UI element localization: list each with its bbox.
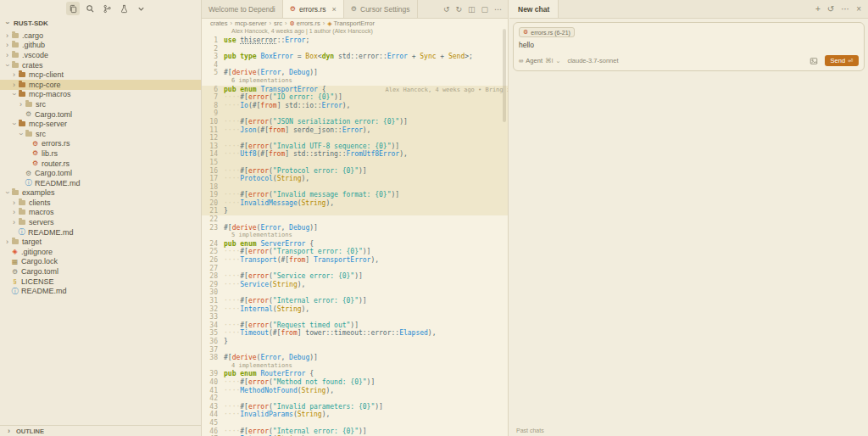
editor-scrollbar[interactable] xyxy=(503,29,506,122)
code-line-content: ····#[error("Transport error: {0}")] xyxy=(224,248,370,256)
split-editor-icon[interactable]: ◫ xyxy=(468,5,476,14)
license-file-icon: § xyxy=(11,277,19,285)
tree-file-license[interactable]: ›§LICENSE xyxy=(0,277,201,287)
image-icon[interactable] xyxy=(810,57,818,65)
tree-file-cargo-toml[interactable]: ›⚙Cargo.toml xyxy=(0,168,201,178)
close-panel-icon[interactable]: × xyxy=(856,4,861,14)
tree-folder-servers[interactable]: ›servers xyxy=(0,217,201,227)
tree-folder-src[interactable]: ›src xyxy=(0,99,201,109)
codelens-implementations[interactable]: 4 implementations xyxy=(202,362,508,371)
line-number: 14 xyxy=(202,150,224,159)
breadcrumb-item-mcp-server[interactable]: mcp-server xyxy=(235,20,267,27)
tree-folder-cargo[interactable]: ›.cargo xyxy=(0,31,201,41)
tree-folder-github[interactable]: ›.github xyxy=(0,41,201,51)
tab-label: Welcome to Dependi xyxy=(209,5,275,14)
tree-folder-target[interactable]: ›target xyxy=(0,237,201,247)
code-line-20: 20····InvalidMessage(String), xyxy=(202,199,508,208)
editor-pane: Welcome to Dependi⚙errors.rs×⚙Cursor Set… xyxy=(202,0,509,436)
tree-file-cargo-lock[interactable]: ›▦Cargo.lock xyxy=(0,257,201,267)
codelens-implementations[interactable]: 5 implementations xyxy=(202,232,508,240)
code-line-16: 16····#[error("Protocol error: {0}")] xyxy=(202,167,508,176)
close-icon[interactable]: × xyxy=(332,5,337,14)
code-line-content: ····Protocol(String), xyxy=(224,175,309,183)
code-line-39: 39pub enum RouterError { xyxy=(202,370,508,378)
code-line-2: 2 xyxy=(202,45,508,53)
past-chats-label[interactable]: Past chats xyxy=(509,428,868,436)
nav-back-icon[interactable]: ↺ xyxy=(443,5,450,14)
folder-icon xyxy=(19,210,25,215)
chevron-icon: › xyxy=(5,427,13,435)
code-line-content: pub type BoxError = Box<dyn std::error::… xyxy=(224,53,473,61)
tab-cursor-settings[interactable]: ⚙Cursor Settings xyxy=(344,0,418,18)
folder-icon xyxy=(12,63,19,68)
new-chat-icon[interactable]: + xyxy=(815,4,821,14)
files-icon[interactable] xyxy=(66,2,80,15)
chevron-down-icon[interactable] xyxy=(134,2,147,15)
nav-forward-icon[interactable]: ↻ xyxy=(455,5,462,14)
tree-file-errors-rs[interactable]: ›⚙errors.rs xyxy=(0,139,201,149)
tree-folder-mcp-core[interactable]: ›mcp-core xyxy=(0,80,201,90)
tree-item-label: router.rs xyxy=(42,159,70,168)
codelens-implementations[interactable]: 6 implementations xyxy=(202,77,508,86)
code-line-44: 44····InvalidParams(String), xyxy=(202,411,508,419)
tree-folder-mcp-client[interactable]: ›mcp-client xyxy=(0,70,201,80)
tree-folder-clients[interactable]: ›clients xyxy=(0,198,201,208)
tab-errors-rs[interactable]: ⚙errors.rs× xyxy=(283,0,344,18)
code-line-content: pub enum RouterError { xyxy=(224,370,314,378)
breadcrumb-item-transporterror[interactable]: ◈TransportError xyxy=(327,20,375,27)
tree-file-readme-md[interactable]: ›ⓘREADME.md xyxy=(0,178,201,188)
tree-item-label: .gitignore xyxy=(21,248,53,256)
tab-welcome-to-dependi[interactable]: Welcome to Dependi xyxy=(202,0,283,18)
breadcrumb-item-errors-rs[interactable]: ⚙errors.rs xyxy=(289,20,320,27)
model-selector[interactable]: claude-3.7-sonnet xyxy=(567,57,618,64)
tree-folder-crates[interactable]: ›crates xyxy=(0,60,201,70)
send-button[interactable]: Send ⏎ xyxy=(825,55,859,66)
line-number: 10 xyxy=(202,118,224,126)
rust-file-icon: ⚙ xyxy=(523,29,528,36)
source-control-icon[interactable] xyxy=(100,2,114,15)
line-number: 13 xyxy=(202,143,224,151)
more-actions-icon[interactable]: ⋯ xyxy=(494,5,502,14)
code-line-content: } xyxy=(224,338,228,346)
tree-item-label: errors.rs xyxy=(42,139,70,148)
history-icon[interactable]: ↺ xyxy=(827,4,834,14)
tree-folder-mcp-macros[interactable]: ›mcp-macros xyxy=(0,90,201,100)
code-area[interactable]: 1use thiserror::Error;23pub type BoxErro… xyxy=(202,36,508,436)
tree-file-gitignore[interactable]: ›◈.gitignore xyxy=(0,247,201,257)
line-number: 38 xyxy=(202,354,224,362)
breadcrumb-item-crates[interactable]: crates xyxy=(210,20,227,27)
tree-file-router-rs[interactable]: ›⚙router.rs xyxy=(0,159,201,169)
gear-icon: ⚙ xyxy=(351,5,357,13)
line-number: 44 xyxy=(202,411,224,419)
tree-file-readme-md[interactable]: ›ⓘREADME.md xyxy=(0,286,201,296)
chevron-icon: › xyxy=(17,130,25,137)
tree-file-cargo-toml[interactable]: ›⚙Cargo.toml xyxy=(0,109,201,120)
code-line-content: use thiserror::Error; xyxy=(224,36,309,45)
project-header[interactable]: › RUST-SDK xyxy=(0,17,201,29)
outline-section[interactable]: › OUTLINE xyxy=(0,425,201,436)
layout-icon[interactable]: ▢ xyxy=(481,5,488,14)
line-number: 26 xyxy=(202,256,224,265)
tree-folder-examples[interactable]: ›examples xyxy=(0,188,201,198)
search-icon[interactable] xyxy=(83,2,97,15)
breadcrumb-item-src[interactable]: src xyxy=(274,20,282,27)
chevron-icon: › xyxy=(10,81,18,89)
code-line-45: 45 xyxy=(202,419,508,428)
tree-folder-vscode[interactable]: ›.vscode xyxy=(0,50,201,60)
line-number: 4 xyxy=(202,61,224,70)
more-icon[interactable]: ⋯ xyxy=(841,4,849,14)
context-pill[interactable]: ⚙ errors.rs (6-21) xyxy=(519,27,575,37)
mode-selector[interactable]: ∞ Agent ⌘I ⌄ xyxy=(519,57,560,64)
tree-folder-mcp-server[interactable]: ›mcp-server xyxy=(0,119,201,129)
chat-input-box[interactable]: ⚙ errors.rs (6-21) hello ∞ Agent ⌘I ⌄ cl… xyxy=(513,22,865,71)
tree-file-cargo-toml[interactable]: ›⚙Cargo.toml xyxy=(0,266,201,277)
tree-folder-src[interactable]: ›src xyxy=(0,129,201,139)
tree-folder-macros[interactable]: ›macros xyxy=(0,208,201,218)
code-line-content: ····Timeout(#[from] tower::timeout::erro… xyxy=(224,329,436,338)
tree-file-lib-rs[interactable]: ›⚙lib.rs xyxy=(0,148,201,159)
chat-tab[interactable]: New chat xyxy=(509,0,559,18)
chevron-icon: › xyxy=(3,31,11,40)
tree-file-readme-md[interactable]: ›ⓘREADME.md xyxy=(0,227,201,238)
code-line-26: 26····Transport(#[from] TransportError), xyxy=(202,256,508,265)
flask-icon[interactable] xyxy=(117,2,131,15)
